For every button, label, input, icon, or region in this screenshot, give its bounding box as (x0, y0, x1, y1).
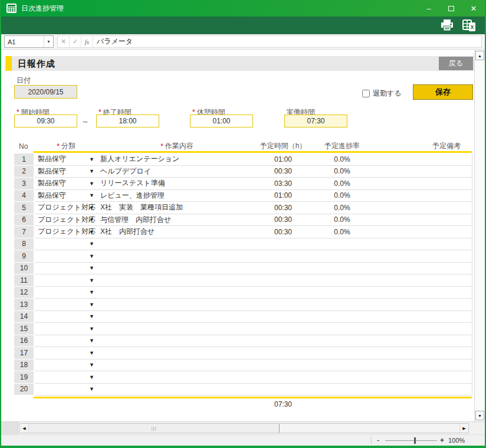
task-cell[interactable]: リリーステスト準備 (97, 178, 257, 190)
category-cell[interactable]: ▼ (35, 347, 97, 359)
confirm-entry-icon[interactable]: ✓ (70, 36, 81, 47)
category-cell[interactable]: ▼ (35, 263, 97, 275)
planned-note-cell[interactable] (375, 166, 472, 178)
close-button[interactable]: ✕ (462, 0, 485, 17)
planned-note-cell[interactable] (375, 347, 472, 359)
print-icon[interactable] (440, 19, 454, 32)
planned-time-cell[interactable] (257, 347, 310, 359)
planned-time-cell[interactable] (257, 274, 310, 287)
dropdown-arrow-icon[interactable]: ▼ (89, 277, 94, 283)
dropdown-arrow-icon[interactable]: ▼ (89, 302, 94, 308)
scroll-right-icon[interactable]: ▶ (459, 424, 468, 433)
task-cell[interactable]: X社 実装 業種項目追加 (97, 202, 257, 214)
category-cell[interactable]: プロジェクト対応▼ (35, 214, 97, 227)
planned-time-cell[interactable]: 01:00 (257, 190, 310, 202)
planned-progress-cell[interactable]: 0.0% (310, 178, 375, 190)
category-cell[interactable]: プロジェクト対応▼ (35, 202, 97, 214)
zoom-in-button[interactable]: + (440, 436, 444, 444)
task-cell[interactable] (97, 384, 257, 396)
category-cell[interactable]: 製品保守▼ (35, 190, 97, 202)
dropdown-arrow-icon[interactable]: ▼ (89, 168, 94, 174)
dropdown-arrow-icon[interactable]: ▼ (89, 289, 94, 295)
planned-time-cell[interactable]: 01:00 (257, 153, 310, 166)
planned-note-cell[interactable] (375, 359, 472, 372)
planned-note-cell[interactable] (375, 371, 472, 384)
planned-progress-cell[interactable] (310, 263, 375, 275)
namebox-dropdown-icon[interactable]: ▼ (44, 36, 53, 47)
task-cell[interactable] (97, 274, 257, 287)
horizontal-scrollbar[interactable]: ◀ ||| ▶ (19, 423, 469, 433)
task-cell[interactable] (97, 371, 257, 384)
planned-note-cell[interactable] (375, 384, 472, 396)
break-time-field[interactable] (190, 115, 253, 127)
planned-note-cell[interactable] (375, 263, 472, 275)
planned-time-cell[interactable]: 03:30 (257, 178, 310, 190)
planned-progress-cell[interactable] (310, 250, 375, 263)
task-cell[interactable]: X社 内部打合せ (97, 226, 257, 238)
dropdown-arrow-icon[interactable]: ▼ (89, 181, 94, 187)
planned-note-cell[interactable] (375, 178, 472, 190)
planned-note-cell[interactable] (375, 214, 472, 227)
dropdown-arrow-icon[interactable]: ▼ (89, 374, 94, 380)
planned-time-cell[interactable]: 00:30 (257, 226, 310, 238)
planned-time-cell[interactable] (257, 384, 310, 396)
date-field[interactable] (14, 85, 77, 99)
planned-time-cell[interactable] (257, 250, 310, 263)
category-cell[interactable]: ▼ (35, 287, 97, 299)
horizontal-scrollbar-thumb[interactable]: ||| (29, 424, 280, 433)
planned-note-cell[interactable] (375, 274, 472, 287)
category-cell[interactable]: ▼ (35, 371, 97, 384)
planned-progress-cell[interactable]: 0.0% (310, 153, 375, 166)
dropdown-arrow-icon[interactable]: ▼ (89, 217, 94, 223)
task-cell[interactable] (97, 359, 257, 372)
cancel-entry-icon[interactable]: ✕ (58, 36, 70, 47)
planned-note-cell[interactable] (375, 190, 472, 202)
dropdown-arrow-icon[interactable]: ▼ (89, 229, 94, 235)
task-cell[interactable] (97, 238, 257, 251)
planned-note-cell[interactable] (375, 311, 472, 323)
task-cell[interactable] (97, 263, 257, 275)
planned-progress-cell[interactable]: 0.0% (310, 166, 375, 178)
planned-progress-cell[interactable] (310, 274, 375, 287)
start-time-field[interactable] (14, 115, 77, 127)
planned-time-cell[interactable]: 00:30 (257, 202, 310, 214)
planned-note-cell[interactable] (375, 250, 472, 263)
dropdown-arrow-icon[interactable]: ▼ (89, 338, 94, 344)
planned-note-cell[interactable] (375, 335, 472, 348)
planned-progress-cell[interactable] (310, 238, 375, 251)
insert-function-icon[interactable]: fx (81, 36, 93, 47)
task-cell[interactable]: ヘルプデプロイ (97, 166, 257, 178)
planned-progress-cell[interactable]: 0.0% (310, 226, 375, 238)
zoom-out-button[interactable]: - (377, 436, 379, 444)
dropdown-arrow-icon[interactable]: ▼ (89, 205, 94, 211)
planned-time-cell[interactable] (257, 335, 310, 348)
planned-note-cell[interactable] (375, 238, 472, 251)
planned-progress-cell[interactable] (310, 323, 375, 335)
back-button[interactable]: 戻る (439, 57, 473, 70)
planned-time-cell[interactable] (257, 287, 310, 299)
planned-time-cell[interactable] (257, 299, 310, 311)
excel-export-icon[interactable]: x (462, 19, 477, 32)
vertical-scrollbar[interactable]: ▲ ▼ (474, 50, 485, 421)
formula-input[interactable]: ✕ ✓ fx パラメータ (57, 35, 482, 48)
planned-progress-cell[interactable] (310, 287, 375, 299)
minimize-button[interactable]: – (418, 0, 440, 17)
dropdown-arrow-icon[interactable]: ▼ (89, 326, 94, 332)
task-cell[interactable] (97, 311, 257, 323)
task-cell[interactable] (97, 335, 257, 348)
planned-progress-cell[interactable] (310, 371, 375, 384)
task-cell[interactable] (97, 299, 257, 311)
dropdown-arrow-icon[interactable]: ▼ (89, 253, 94, 259)
dropdown-arrow-icon[interactable]: ▼ (89, 265, 94, 271)
cell-name-box[interactable]: A1 ▼ (4, 35, 54, 48)
task-cell[interactable]: 新人オリエンテーション (97, 153, 257, 166)
planned-time-cell[interactable] (257, 263, 310, 275)
leave-checkbox[interactable] (362, 90, 370, 97)
dropdown-arrow-icon[interactable]: ▼ (89, 156, 94, 162)
planned-time-cell[interactable] (257, 371, 310, 384)
planned-time-cell[interactable] (257, 311, 310, 323)
category-cell[interactable]: ▼ (35, 311, 97, 323)
category-cell[interactable]: ▼ (35, 323, 97, 335)
planned-note-cell[interactable] (375, 287, 472, 299)
planned-progress-cell[interactable] (310, 384, 375, 396)
